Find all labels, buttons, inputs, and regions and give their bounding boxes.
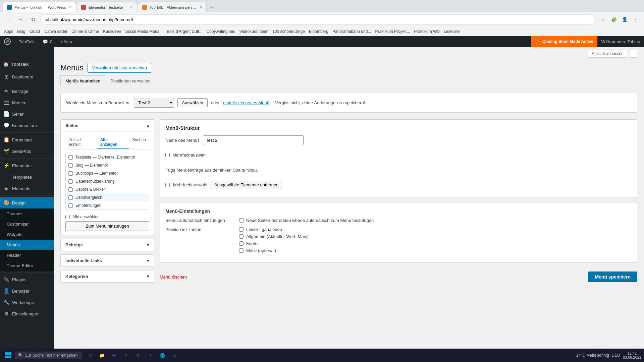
forward-button[interactable]: →: [16, 15, 25, 24]
mehrfachauswahl-bottom-checkbox[interactable]: [165, 183, 170, 187]
taskbar-task-view[interactable]: ⧉: [85, 350, 95, 361]
kategorien-panel-header[interactable]: Kategorien: [61, 270, 154, 282]
admin-bar-comments[interactable]: 💬 0: [39, 36, 56, 47]
sidebar-item-plugins[interactable]: 🔌 Plugins: [0, 274, 54, 285]
seiten-panel-header[interactable]: Seiten: [61, 120, 154, 131]
checkbox-depots[interactable]: [68, 187, 73, 192]
sidebar-item-medien[interactable]: 🖼 Medien: [0, 97, 54, 108]
bookmark-kurs[interactable]: Kursideen: [103, 29, 121, 34]
reload-button[interactable]: ↻: [28, 15, 38, 24]
tab-positionen[interactable]: Positionen verwalten: [105, 75, 156, 86]
tab-close-wp[interactable]: ✕: [69, 5, 72, 9]
auto-add-checkbox[interactable]: [239, 218, 244, 223]
taskbar-file-explorer[interactable]: 📁: [97, 350, 107, 361]
sidebar-item-kommentare[interactable]: 💬 Kommentare: [0, 120, 54, 131]
bookmark-panorama[interactable]: Panoramabahn und...: [332, 29, 371, 34]
taskbar-teams[interactable]: T: [145, 350, 156, 361]
mehrfachauswahl-top-checkbox[interactable]: [165, 153, 170, 157]
bookmark-video[interactable]: Videokurs Ideen: [239, 29, 269, 34]
bookmark-social[interactable]: Social Media Mana...: [125, 29, 163, 34]
save-menu-button[interactable]: Menü speichern: [588, 272, 637, 282]
tab-wp-menus[interactable]: Menüs • TobiTalk — WordPress ✕: [3, 2, 76, 12]
add-to-menu-button[interactable]: Zum Menü hinzufügen: [65, 221, 149, 231]
taskbar-spotify[interactable]: ♫: [169, 350, 180, 361]
checkbox-depotvergleich[interactable]: [68, 195, 73, 200]
bookmark-praktikum1[interactable]: Praktikum Projekt...: [375, 29, 410, 34]
checkbox-blog[interactable]: [68, 163, 73, 168]
taskbar-search-box[interactable]: 🔍 Zur Suche Text hier eingeben: [15, 352, 82, 359]
checkbox-mobil[interactable]: [239, 248, 244, 253]
create-menu-link[interactable]: erstelle ein neues Menü: [223, 100, 269, 105]
seiten-item-testseite[interactable]: Testseite — Startseite, Elementor: [66, 153, 149, 161]
profile-icon[interactable]: 👤: [620, 15, 629, 24]
sidebar-item-widgets[interactable]: Widgets: [0, 229, 54, 240]
checkbox-empfehlungen[interactable]: [68, 203, 73, 208]
admin-bar-site-name[interactable]: TobiTalk: [15, 36, 39, 47]
sidebar-item-menus[interactable]: Menüs: [0, 240, 54, 250]
sidebar-item-einstellungen[interactable]: ⚙ Einstellungen: [0, 308, 54, 319]
bookmark-apps[interactable]: Apps: [4, 29, 13, 34]
checkbox-datenschutz[interactable]: [68, 179, 73, 184]
sidebar-item-header[interactable]: Header: [0, 250, 54, 260]
new-tab-button[interactable]: +: [207, 3, 217, 12]
bookmark-bois[interactable]: Bois d'Argent Duft...: [167, 29, 202, 34]
seiten-item-empfehlungen[interactable]: Empfehlungen: [66, 201, 149, 209]
coming-soon-badge[interactable]: 🚀 Coming Soon Mode Active: [531, 36, 597, 47]
bookmark-blog[interactable]: Blog: [17, 29, 25, 34]
tab-elementor[interactable]: Elementor | Testseite ✕: [77, 2, 137, 12]
tab-tobitalk[interactable]: TobiTalk – Aktien und persönlich... ✕: [138, 2, 207, 12]
bookmark-copy[interactable]: Copywriting neu: [207, 29, 235, 34]
extensions-icon[interactable]: 🧩: [609, 15, 619, 24]
sidebar-item-seiten[interactable]: 📄 Seiten: [0, 108, 54, 120]
sidebar-item-elements[interactable]: ◈ Elements: [0, 183, 54, 194]
sidebar-item-customizer[interactable]: Customizer: [0, 219, 54, 229]
bookmark-canva[interactable]: Cload = Canva Bilder: [29, 29, 67, 34]
checkbox-testseite[interactable]: [68, 155, 73, 160]
bookmark-wu[interactable]: Praktikum WU: [414, 29, 440, 34]
tab-close-elementor[interactable]: ✕: [130, 5, 133, 9]
tab-suchen[interactable]: Suchen: [129, 136, 149, 149]
sidebar-item-design[interactable]: 🎨 Design: [0, 197, 54, 208]
sidebar-item-beitraege[interactable]: ✏ Beiträge: [0, 85, 54, 97]
admin-bar-new[interactable]: + Neu: [56, 36, 76, 47]
bookmark-dinner[interactable]: Dinner & Crime: [71, 29, 99, 34]
beitraege-panel-header[interactable]: Beiträge: [61, 239, 154, 251]
checkbox-leiste[interactable]: [239, 227, 244, 232]
ansicht-button[interactable]: Ansicht anpassen: [588, 50, 627, 58]
menu-select-dropdown[interactable]: Test 2: [134, 98, 174, 108]
sidebar-item-theme-editor[interactable]: Theme-Editor: [0, 260, 54, 271]
tab-alle[interactable]: Alle anzeigen: [97, 136, 129, 149]
seiten-item-buchtipps[interactable]: Buchtipps — Elementor: [66, 169, 149, 177]
seiten-item-datenschutz[interactable]: Datenschutzerklärung: [66, 177, 149, 185]
welcome-user[interactable]: Willkommen, Tobias: [597, 39, 644, 44]
taskbar-word[interactable]: W: [109, 350, 119, 361]
bookmark-bloomberg[interactable]: Bloomberg: [309, 29, 328, 34]
taskbar-chrome[interactable]: 🌐: [157, 350, 168, 361]
taskbar-excel[interactable]: X: [121, 350, 131, 361]
delete-menu-link[interactable]: Menü löschen: [160, 275, 187, 280]
sidebar-item-werkzeuge[interactable]: 🔧 Werkzeuge: [0, 297, 54, 308]
hilfe-button[interactable]: [630, 50, 637, 58]
seiten-item-depotvergleich[interactable]: Depotvergleich: [66, 193, 149, 201]
admin-bar-wp-logo[interactable]: W: [0, 36, 15, 47]
links-panel-header[interactable]: Individuelle Links: [61, 255, 154, 266]
sidebar-item-seedprod[interactable]: 🌱 SeedProd: [0, 145, 54, 157]
tab-menus-bearbeiten[interactable]: Menüs bearbeiten: [60, 75, 105, 86]
select-all-checkbox[interactable]: [65, 215, 70, 219]
sidebar-item-formulare[interactable]: 📋 Formulare: [0, 134, 54, 145]
sidebar-item-benutzer[interactable]: 👤 Benutzer: [0, 285, 54, 297]
sidebar-item-dashboard[interactable]: ⊞ Dashboard: [0, 71, 54, 82]
sidebar-site-name[interactable]: 🏠 TobiTalk: [0, 58, 54, 71]
seiten-item-depots[interactable]: Depots & Broker: [66, 185, 149, 193]
taskbar-powerpoint[interactable]: P: [133, 350, 144, 361]
back-button[interactable]: ←: [4, 15, 13, 24]
remove-selected-button[interactable]: Ausgewählte Elemente entfernen: [211, 181, 282, 189]
tab-close-tobitalk[interactable]: ✕: [199, 5, 202, 9]
checkbox-buchtipps[interactable]: [68, 171, 73, 176]
bookmark-100[interactable]: 100 schöne Dinge: [272, 29, 305, 34]
menu-name-input[interactable]: [203, 135, 304, 145]
start-button[interactable]: [3, 350, 13, 361]
bookmark-lese[interactable]: Leseliste: [444, 29, 460, 34]
sidebar-item-templates[interactable]: Templates: [0, 171, 54, 183]
menu-icon[interactable]: ⋮: [631, 15, 640, 24]
